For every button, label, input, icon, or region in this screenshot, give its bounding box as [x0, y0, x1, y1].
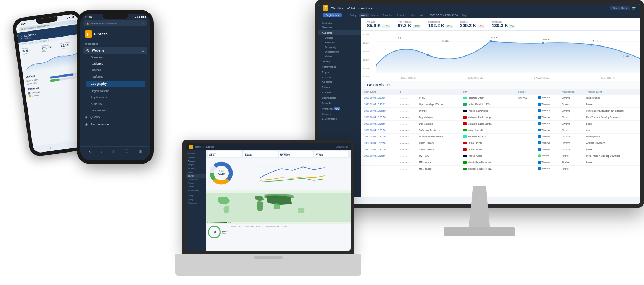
pr-nav-home[interactable]: ⌂: [112, 149, 115, 154]
ms-si-ecommerce[interactable]: E-Commerce: [318, 116, 361, 121]
pr-menu-quality[interactable]: ◈ Quality: [80, 113, 150, 121]
ms-si-audience[interactable]: Audience: [318, 30, 361, 35]
monitor-screen: F Websites › Website › Audience Saved fi…: [318, 4, 640, 204]
pr-menu-website[interactable]: ◎ Website ▲: [83, 47, 147, 54]
ms-tf-3months[interactable]: 3 months: [381, 13, 394, 17]
pr-nav-tabs[interactable]: ☰: [125, 149, 129, 154]
pr-sub-organizations[interactable]: Organizations: [80, 88, 150, 94]
pr-nav-menu[interactable]: ≡: [139, 149, 142, 154]
ms-si-quality[interactable]: Quality: [318, 59, 361, 64]
ms-tf-year[interactable]: Year: [409, 13, 418, 17]
ts-logo: [189, 145, 193, 149]
ms-si-visitors[interactable]: Visitors: [318, 54, 361, 59]
ts-donut-chart: Total 84.4K: [208, 160, 235, 187]
ms-si-sources[interactable]: Sources: [318, 90, 361, 95]
pr-close-btn[interactable]: ✕: [142, 21, 145, 25]
ms-si-funnels[interactable]: Funnels: [318, 101, 361, 106]
pr-sub-applications[interactable]: Applications: [80, 94, 150, 101]
tablet-body: Home › Sources Conversions Technical Ove…: [182, 140, 354, 254]
pr-brand-name: Finteza: [94, 32, 108, 36]
pl-stat-new: New visitors 65.9 K +1%: [60, 40, 79, 50]
pr-performance-icon: ◉: [85, 122, 88, 126]
ms-si-geography[interactable]: Geography: [318, 45, 361, 49]
ts-sb-events[interactable]: Events: [186, 170, 206, 174]
svg-text:16.4 K: 16.4 K: [543, 38, 550, 41]
ts-quality-perf: 93 Quality Score Time ms: 1 807 Errors %…: [206, 224, 351, 240]
table-row: 2023.08.04 10:38:06 ●●●●●● PTCL Pakistan…: [361, 95, 640, 101]
pr-sub-audience[interactable]: Audience: [80, 61, 150, 67]
pl-icons: ▲ ● ●●: [66, 15, 74, 19]
ms-date-range: 2023.07.29 – 2023.08.04: [430, 14, 458, 16]
ms-si-organizations[interactable]: Organizations: [318, 49, 361, 54]
ms-cam-icon[interactable]: 📷: [632, 6, 636, 10]
svg-text:F: F: [325, 6, 327, 10]
monitor-outer: F Websites › Website › Audience Saved fi…: [315, 0, 644, 208]
ts-sb-conv[interactable]: Conversions: [186, 178, 206, 181]
svg-text:17.1 K: 17.1 K: [491, 36, 498, 39]
table-row: 2023.08.04 10:35:58 ●●●●●● Digi Malaysia…: [361, 114, 640, 121]
pr-nav-back[interactable]: ‹: [89, 149, 91, 154]
pr-menu-performance[interactable]: ◉ Performance: [80, 121, 150, 128]
pr-logo-icon: F: [85, 30, 92, 38]
ts-sb-overview[interactable]: Overview: [186, 156, 206, 159]
ms-chart-dates: 29 Jul 2023, Sa 31 Jul 2023, Mo 2 Aug 20…: [376, 77, 640, 79]
tablet: Home › Sources Conversions Technical Ove…: [175, 140, 361, 276]
ms-si-devices[interactable]: Devices: [318, 35, 361, 40]
svg-point-28: [542, 42, 544, 44]
ms-tf-all[interactable]: All: [419, 13, 425, 17]
pr-quality-icon: ◈: [85, 115, 87, 119]
svg-point-27: [489, 40, 492, 42]
pr-nav-forward[interactable]: ›: [101, 149, 102, 154]
phone-right: 11:36 ▲ ●● ■■■ 🔒 panel.finteza.com/websi…: [77, 10, 154, 164]
monitor: F Websites › Website › Audience Saved fi…: [315, 0, 644, 251]
ts-sb-sources[interactable]: Sources: [186, 174, 206, 178]
ts-sb-ecommerce[interactable]: E-Commerce: [186, 189, 206, 192]
ms-tf-6months[interactable]: 6 months: [395, 13, 408, 17]
table-row: 2023.08.04 10:35:56 ●●●●●● China Unicom …: [361, 146, 640, 153]
ms-table-title: Last 20 visitors: [361, 81, 640, 89]
ms-si-platforms[interactable]: Platforms: [318, 40, 361, 45]
ms-stat-newvisitors: New visitors 67.3 K +13%: [397, 20, 421, 28]
ms-si-conversions[interactable]: Conversions: [318, 95, 361, 101]
ms-saved-filters[interactable]: Saved filters: [610, 6, 630, 10]
ms-si-performance[interactable]: Performance: [318, 64, 361, 69]
ts-line-chart: [236, 160, 348, 187]
ms-day-label[interactable]: Day: [462, 14, 466, 16]
ts-sidebar: Technical Overview Audience Analyse Ad z…: [186, 150, 206, 251]
pr-time: 11:36: [85, 15, 92, 19]
ms-tf-week[interactable]: Week: [359, 13, 369, 17]
ms-si-adzones[interactable]: Ad zones: [318, 79, 361, 84]
ms-table-container: Last 20 visitors Last event IP City Devi…: [361, 81, 640, 197]
table-row: 2023.08.04 10:36:02 ●●●●●● Liquid Intell…: [361, 101, 640, 108]
ts-sb-quality[interactable]: Quality: [186, 198, 206, 201]
ms-si-retention[interactable]: Retention NEW: [318, 106, 361, 112]
pr-sub-languages[interactable]: Languages: [80, 107, 150, 113]
pr-sub-geography[interactable]: Geography: [86, 81, 145, 87]
ts-sb-audience[interactable]: Audience: [186, 159, 206, 163]
ms-toolbar: Registration Today Week Month 3 months 6…: [318, 12, 640, 18]
ms-tab-registration[interactable]: Registration: [323, 13, 342, 17]
tablet-base: [175, 254, 361, 276]
pr-sub-overview[interactable]: Overview: [80, 54, 150, 61]
ms-si-pages[interactable]: Pages: [318, 69, 361, 75]
pr-sub-devices[interactable]: Devices: [80, 67, 150, 73]
ms-logo-icon: F: [323, 5, 328, 11]
ms-th-tracked: Tracked event: [584, 89, 640, 95]
ms-header-right: Saved filters 📷: [610, 6, 636, 10]
ms-si-overview[interactable]: Overview: [318, 25, 361, 30]
ms-si-events[interactable]: Events: [318, 84, 361, 90]
ms-table-header-row: Last event IP City Device Application Tr…: [361, 89, 640, 95]
pl-back[interactable]: ‹: [20, 34, 23, 41]
pr-sub-platforms[interactable]: Platforms: [80, 73, 150, 80]
ts-sb-zones[interactable]: Ad zones: [186, 167, 206, 170]
ms-stats-bar: Visitors 85.9 K +18% New visitors 67.3 K…: [361, 18, 640, 31]
ts-nav: Home: [195, 146, 201, 148]
pr-sub-screens[interactable]: Screens: [80, 101, 150, 107]
svg-text:84.4K: 84.4K: [218, 173, 225, 176]
ts-sb-funnels[interactable]: Funnels: [186, 181, 206, 185]
pl-stat-visitors: Visitors 92.6 K +16%: [22, 45, 41, 55]
ms-tf-month[interactable]: Month: [370, 13, 380, 17]
ms-tf-today[interactable]: Today: [348, 13, 358, 17]
table-row: ●●●●●● MTN Irancell Islamic Republic of …: [361, 159, 640, 166]
ms-body: Technical Overview Audience Devices Plat…: [318, 18, 640, 197]
